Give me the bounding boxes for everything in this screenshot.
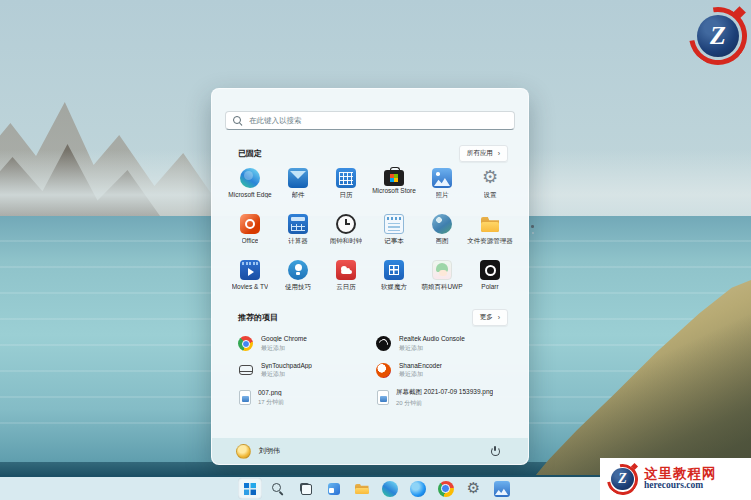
recommended-item-chrome[interactable]: Google Chrome 最近添加 bbox=[238, 335, 376, 353]
recommended-item-screenshot-png[interactable]: 屏幕截图 2021-07-09 153939.png 20 分钟前 bbox=[376, 388, 514, 408]
image-file-icon bbox=[377, 390, 389, 405]
app-label: Movies & TV bbox=[232, 283, 269, 290]
browser-globe-icon bbox=[410, 481, 426, 497]
taskbar-file-explorer-button[interactable] bbox=[350, 478, 374, 499]
power-icon bbox=[490, 446, 501, 457]
folder-icon bbox=[354, 481, 370, 497]
app-tile-moegirl-uwp[interactable]: 萌娘百科UWP bbox=[418, 257, 466, 301]
logo-letter: Z bbox=[697, 15, 739, 57]
rec-item-title: 屏幕截图 2021-07-09 153939.png bbox=[396, 388, 493, 397]
app-tile-notepad[interactable]: 记事本 bbox=[370, 211, 418, 255]
logo-letter: Z bbox=[611, 468, 633, 490]
rec-item-subtitle: 20 分钟前 bbox=[396, 399, 493, 408]
edge-icon bbox=[382, 481, 398, 497]
taskbar-settings-button[interactable] bbox=[462, 478, 486, 499]
pinned-page-dots[interactable] bbox=[531, 225, 534, 234]
app-tile-ruanmei-mofang[interactable]: 软媒魔方 bbox=[370, 257, 418, 301]
avatar[interactable] bbox=[236, 444, 251, 459]
chrome-icon bbox=[438, 481, 454, 497]
movies-tv-icon bbox=[240, 260, 260, 280]
widgets-icon bbox=[326, 481, 342, 497]
recommended-item-shanaencoder[interactable]: ShanaEncoder 最近添加 bbox=[376, 362, 514, 380]
app-tile-calculator[interactable]: 计算器 bbox=[274, 211, 322, 255]
rec-item-subtitle: 17 分钟前 bbox=[258, 398, 284, 407]
app-tile-microsoft-store[interactable]: Microsoft Store bbox=[370, 165, 418, 209]
app-label: 计算器 bbox=[288, 237, 308, 246]
recommended-item-syntouchpad[interactable]: SynTouchpadApp 最近添加 bbox=[238, 362, 376, 380]
windows-logo-icon bbox=[242, 481, 258, 497]
lightbulb-icon bbox=[288, 260, 308, 280]
app-tile-paint[interactable]: 画图 bbox=[418, 211, 466, 255]
taskbar-widgets-button[interactable] bbox=[322, 478, 346, 499]
app-tile-alarms-clock[interactable]: 闹钟和时钟 bbox=[322, 211, 370, 255]
watermark-logo-top: Z bbox=[689, 7, 747, 65]
app-label: 日历 bbox=[340, 191, 353, 200]
rec-item-subtitle: 最近添加 bbox=[261, 344, 307, 353]
polarr-icon bbox=[480, 260, 500, 280]
app-label: Microsoft Store bbox=[372, 187, 416, 194]
start-menu: 已固定 所有应用 › Microsoft Edge 邮件 日历 Microsof… bbox=[211, 88, 529, 465]
taskbar-start-button[interactable] bbox=[238, 478, 262, 499]
app-tile-calendar[interactable]: 日历 bbox=[322, 165, 370, 209]
rec-item-subtitle: 最近添加 bbox=[399, 344, 465, 353]
app-label: 设置 bbox=[484, 191, 497, 200]
rec-item-title: Realtek Audio Console bbox=[399, 335, 465, 342]
more-label: 更多 bbox=[480, 313, 493, 322]
watermark-title: 这里教程网 bbox=[644, 467, 717, 481]
photos-icon bbox=[494, 481, 510, 497]
realtek-icon bbox=[376, 336, 391, 351]
desktop: 已固定 所有应用 › Microsoft Edge 邮件 日历 Microsof… bbox=[0, 0, 751, 500]
rec-item-title: 007.png bbox=[258, 389, 284, 396]
app-label: 照片 bbox=[436, 191, 449, 200]
recommended-grid: Google Chrome 最近添加 Realtek Audio Console… bbox=[238, 335, 514, 408]
user-name[interactable]: 刘明伟 bbox=[259, 446, 280, 456]
gear-icon bbox=[466, 481, 482, 497]
watermark-url: herecours.com bbox=[644, 481, 717, 491]
gear-icon bbox=[480, 168, 500, 188]
app-tile-cloud-calendar[interactable]: 云日历 bbox=[322, 257, 370, 301]
app-tile-file-explorer[interactable]: 文件资源管理器 bbox=[466, 211, 514, 255]
app-label: 邮件 bbox=[292, 191, 305, 200]
taskbar-photos-button[interactable] bbox=[490, 478, 514, 499]
app-label: 记事本 bbox=[384, 237, 404, 246]
app-tile-movies-tv[interactable]: Movies & TV bbox=[226, 257, 274, 301]
shana-encoder-icon bbox=[376, 363, 391, 378]
taskbar-browser-button[interactable] bbox=[406, 478, 430, 499]
app-tile-tips[interactable]: 使用技巧 bbox=[274, 257, 322, 301]
store-icon bbox=[384, 170, 404, 186]
app-label: 闹钟和时钟 bbox=[330, 237, 363, 246]
all-apps-button[interactable]: 所有应用 › bbox=[459, 145, 508, 162]
app-tile-photos[interactable]: 照片 bbox=[418, 165, 466, 209]
recommended-item-realtek[interactable]: Realtek Audio Console 最近添加 bbox=[376, 335, 514, 353]
taskbar-task-view-button[interactable] bbox=[294, 478, 318, 499]
moegirl-icon bbox=[432, 260, 452, 280]
taskbar-chrome-button[interactable] bbox=[434, 478, 458, 499]
logo-diamond bbox=[631, 462, 638, 469]
cube-icon bbox=[384, 260, 404, 280]
app-tile-office[interactable]: Office bbox=[226, 211, 274, 255]
page-dot[interactable] bbox=[532, 232, 534, 234]
chevron-right-icon: › bbox=[498, 150, 500, 157]
search-box[interactable] bbox=[225, 111, 515, 130]
page-dot-active[interactable] bbox=[531, 225, 534, 228]
more-button[interactable]: 更多 › bbox=[472, 309, 508, 326]
task-view-icon bbox=[298, 481, 314, 497]
app-tile-settings[interactable]: 设置 bbox=[466, 165, 514, 209]
app-label: 文件资源管理器 bbox=[467, 237, 513, 246]
folder-icon bbox=[480, 214, 500, 234]
app-label: Office bbox=[242, 237, 259, 244]
user-bar: 刘明伟 bbox=[212, 438, 528, 464]
cloud-icon bbox=[336, 260, 356, 280]
app-tile-polarr[interactable]: Polarr bbox=[466, 257, 514, 301]
pinned-apps-grid: Microsoft Edge 邮件 日历 Microsoft Store 照片 … bbox=[226, 165, 514, 301]
app-tile-microsoft-edge[interactable]: Microsoft Edge bbox=[226, 165, 274, 209]
rec-item-title: Google Chrome bbox=[261, 335, 307, 342]
pinned-section-title: 已固定 bbox=[238, 148, 262, 159]
image-file-icon bbox=[239, 390, 251, 405]
power-button[interactable] bbox=[486, 442, 504, 460]
recommended-item-007-png[interactable]: 007.png 17 分钟前 bbox=[238, 388, 376, 408]
app-tile-mail[interactable]: 邮件 bbox=[274, 165, 322, 209]
taskbar-search-button[interactable] bbox=[266, 478, 290, 499]
search-input[interactable] bbox=[249, 116, 507, 125]
taskbar-edge-button[interactable] bbox=[378, 478, 402, 499]
